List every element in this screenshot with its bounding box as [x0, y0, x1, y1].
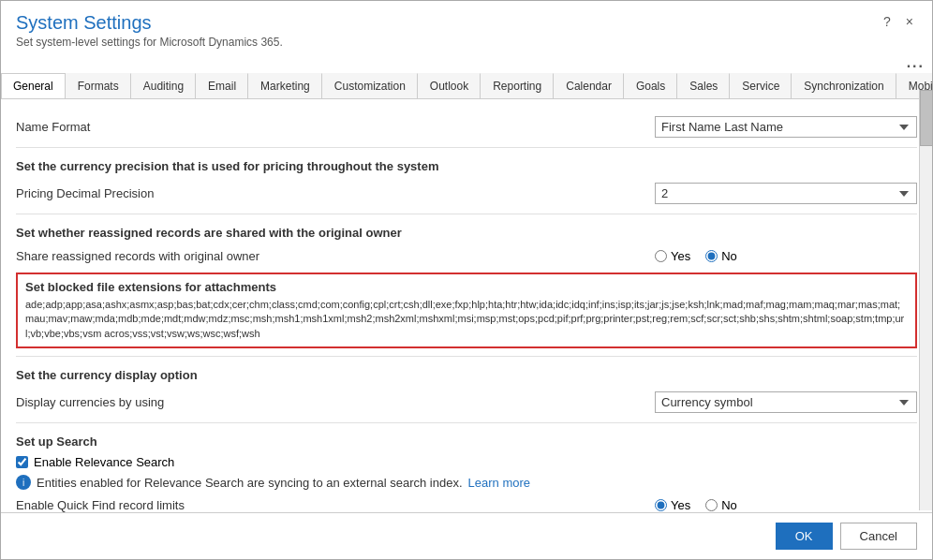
close-button[interactable]: ×: [902, 14, 917, 29]
content-area: Name Format First Name Last Name Last Na…: [1, 99, 932, 512]
currency-display-heading: Set the currency display option: [16, 361, 917, 386]
currency-display-label: Display currencies by using: [16, 395, 655, 409]
cancel-button[interactable]: Cancel: [840, 523, 917, 550]
name-format-row: Name Format First Name Last Name Last Na…: [16, 111, 917, 143]
quick-find-yes-radio[interactable]: [655, 499, 667, 511]
blocked-extensions-heading: Set blocked file extensions for attachme…: [25, 280, 908, 294]
ellipsis-bar: ...: [1, 52, 932, 73]
reassigned-no-radio[interactable]: [705, 250, 718, 262]
name-format-label: Name Format: [16, 120, 655, 134]
currency-precision-control: 0 1 2 3 4: [655, 183, 917, 204]
tab-calendar[interactable]: Calendar: [554, 73, 624, 98]
quick-find-row: Enable Quick Find record limits Yes No: [16, 493, 917, 512]
quick-find-label: Enable Quick Find record limits: [16, 498, 655, 512]
reassigned-no-label[interactable]: No: [705, 249, 737, 263]
reassigned-label: Share reassigned records with original o…: [16, 249, 655, 263]
tab-sales[interactable]: Sales: [677, 73, 730, 98]
tab-reporting[interactable]: Reporting: [481, 73, 554, 98]
quick-find-no-label[interactable]: No: [705, 498, 737, 512]
quick-find-no-text: No: [721, 498, 737, 512]
dialog-title: System Settings: [16, 12, 283, 34]
ellipsis-text: ...: [907, 54, 925, 70]
tab-email[interactable]: Email: [196, 73, 248, 98]
currency-display-select[interactable]: Currency symbol Currency code: [655, 391, 917, 413]
tab-synchronization[interactable]: Synchronization: [792, 73, 896, 98]
search-heading: Set up Search: [16, 427, 917, 452]
divider-4: [16, 422, 917, 423]
enable-relevance-checkbox[interactable]: [16, 456, 28, 468]
title-bar-left: System Settings Set system-level setting…: [16, 12, 283, 49]
title-bar: System Settings Set system-level setting…: [1, 1, 932, 52]
tab-goals[interactable]: Goals: [624, 73, 677, 98]
tab-outlook[interactable]: Outlook: [418, 73, 481, 98]
system-settings-dialog: System Settings Set system-level setting…: [0, 0, 933, 560]
reassigned-radio-group: Yes No: [655, 249, 737, 263]
quick-find-no-radio[interactable]: [705, 499, 718, 511]
info-icon: i: [16, 475, 31, 490]
currency-display-row: Display currencies by using Currency sym…: [16, 386, 917, 419]
divider-1: [16, 147, 917, 148]
tab-customization[interactable]: Customization: [322, 73, 418, 98]
tab-general[interactable]: General: [1, 73, 66, 99]
currency-precision-label: Pricing Decimal Precision: [16, 186, 655, 200]
scrollbar-thumb[interactable]: [920, 90, 933, 146]
enable-relevance-label: Enable Relevance Search: [34, 455, 174, 469]
reassigned-yes-label[interactable]: Yes: [655, 249, 690, 263]
quick-find-radio-group: Yes No: [655, 498, 737, 512]
relevance-info-text: Entities enabled for Relevance Search ar…: [37, 476, 463, 490]
ok-button[interactable]: OK: [776, 523, 833, 550]
tab-formats[interactable]: Formats: [66, 73, 131, 98]
blocked-extensions-section: Set blocked file extensions for attachme…: [16, 273, 917, 348]
dialog-subtitle: Set system-level settings for Microsoft …: [16, 36, 283, 49]
reassigned-yes-radio[interactable]: [655, 250, 667, 262]
tab-service[interactable]: Service: [730, 73, 792, 98]
quick-find-yes-label[interactable]: Yes: [655, 498, 690, 512]
reassigned-row: Share reassigned records with original o…: [16, 243, 917, 269]
title-bar-actions: ? ×: [880, 14, 917, 29]
name-format-select[interactable]: First Name Last Name Last Name First Nam…: [655, 116, 917, 138]
quick-find-control: Yes No: [655, 498, 917, 512]
tab-bar: General Formats Auditing Email Marketing…: [1, 73, 932, 99]
enable-relevance-row: Enable Relevance Search: [16, 452, 917, 472]
name-format-control: First Name Last Name Last Name First Nam…: [655, 116, 917, 138]
subtitle-text: Set system-level settings for Microsoft …: [16, 36, 283, 49]
tab-marketing[interactable]: Marketing: [248, 73, 322, 98]
reassigned-heading: Set whether reassigned records are share…: [16, 218, 917, 243]
reassigned-yes-text: Yes: [671, 249, 690, 263]
divider-3: [16, 356, 917, 357]
reassigned-no-text: No: [721, 249, 737, 263]
quick-find-yes-text: Yes: [671, 498, 690, 512]
learn-more-link[interactable]: Learn more: [468, 476, 530, 490]
relevance-info-row: i Entities enabled for Relevance Search …: [16, 472, 917, 493]
help-button[interactable]: ?: [880, 14, 895, 29]
divider-2: [16, 214, 917, 214]
currency-precision-row: Pricing Decimal Precision 0 1 2 3 4: [16, 177, 917, 210]
reassigned-control: Yes No: [655, 249, 917, 263]
footer: OK Cancel: [1, 512, 932, 559]
scrollbar-track[interactable]: [919, 90, 932, 510]
currency-precision-heading: Set the currency precision that is used …: [16, 152, 917, 177]
blocked-extensions-text: ade;adp;app;asa;ashx;asmx;asp;bas;bat;cd…: [25, 298, 908, 341]
currency-precision-select[interactable]: 0 1 2 3 4: [655, 183, 917, 204]
currency-display-control: Currency symbol Currency code: [655, 391, 917, 413]
tab-auditing[interactable]: Auditing: [131, 73, 196, 98]
